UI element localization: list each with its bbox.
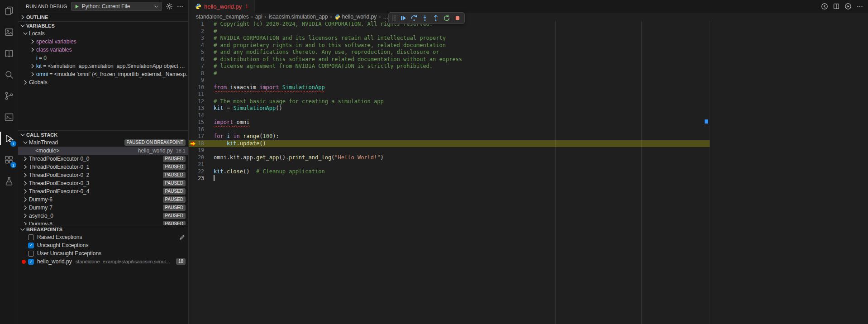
callstack-thread-row[interactable]: Dummy-8PAUSED xyxy=(18,220,188,225)
breakpoint-checkbox[interactable]: ✓ xyxy=(28,259,34,265)
code-text[interactable]: kit.close() # Cleanup application xyxy=(204,168,325,176)
line-number[interactable]: 14 xyxy=(189,112,204,119)
code-line[interactable]: 3# NVIDIA CORPORATION and its licensors … xyxy=(189,35,710,42)
activity-item-media[interactable] xyxy=(0,21,18,43)
code-line[interactable]: 11 xyxy=(189,91,710,98)
line-number[interactable]: 12 xyxy=(189,98,204,105)
line-number[interactable]: 19 xyxy=(189,147,204,154)
code-text[interactable]: import omni xyxy=(204,119,250,126)
breakpoint-checkbox[interactable] xyxy=(28,234,34,240)
callstack-thread-row[interactable]: ThreadPoolExecutor-0_0PAUSED xyxy=(18,155,188,163)
code-line[interactable]: 9 xyxy=(189,77,710,84)
code-text[interactable]: kit = SimulationApp() xyxy=(204,105,282,112)
code-text[interactable] xyxy=(204,147,214,154)
code-text[interactable] xyxy=(204,175,215,182)
variables-row[interactable]: omni = <module 'omni' (<_frozen_importli… xyxy=(18,70,188,78)
code-text[interactable] xyxy=(204,112,214,119)
code-text[interactable] xyxy=(204,161,214,168)
code-line[interactable]: 21 xyxy=(189,161,710,168)
breadcrumb-item[interactable]: api xyxy=(255,14,262,20)
code-text[interactable]: # NVIDIA CORPORATION and its licensors r… xyxy=(204,35,446,42)
code-line[interactable]: 8# xyxy=(189,70,710,77)
more-actions-icon[interactable] xyxy=(176,3,184,10)
code-text[interactable]: # xyxy=(204,70,217,77)
callstack-thread-row[interactable]: ThreadPoolExecutor-0_3PAUSED xyxy=(18,179,188,187)
code-text[interactable] xyxy=(204,126,214,133)
code-text[interactable]: # xyxy=(204,28,217,35)
variables-row[interactable]: kit = <simulation_app.simulation_app.Sim… xyxy=(18,62,188,70)
breakpoint-checkbox[interactable] xyxy=(28,251,34,257)
line-number[interactable]: 10 xyxy=(189,84,204,91)
outline-pane-header[interactable]: OUTLINE xyxy=(18,13,188,21)
line-number[interactable]: 8 xyxy=(189,70,204,77)
stop-button[interactable] xyxy=(453,13,463,23)
callstack-thread-row[interactable]: Dummy-6PAUSED xyxy=(18,195,188,204)
code-line[interactable]: 6# distribution of this software and rel… xyxy=(189,56,710,63)
line-number[interactable]: 7 xyxy=(189,63,204,70)
line-number[interactable]: 6 xyxy=(189,56,204,63)
code-text[interactable]: # license agreement from NVIDIA CORPORAT… xyxy=(204,63,433,70)
callstack-thread-row[interactable]: ThreadPoolExecutor-0_1PAUSED xyxy=(18,163,188,171)
code-text[interactable]: from isaacsim import SimulationApp xyxy=(204,84,325,91)
line-number[interactable]: 11 xyxy=(189,91,204,98)
variables-row[interactable]: class variables xyxy=(18,46,188,54)
line-number[interactable]: 1 xyxy=(189,21,204,28)
line-number[interactable]: 9 xyxy=(189,77,204,84)
line-number[interactable]: 5 xyxy=(189,49,204,56)
step-into-button[interactable] xyxy=(420,13,430,23)
step-out-button[interactable] xyxy=(431,13,441,23)
callstack-thread-row[interactable]: asyncio_0PAUSED xyxy=(18,212,188,220)
callstack-thread-row[interactable]: Dummy-7PAUSED xyxy=(18,204,188,212)
code-line[interactable]: 22kit.close() # Cleanup application xyxy=(189,168,710,176)
code-line[interactable]: 7# license agreement from NVIDIA CORPORA… xyxy=(189,63,710,70)
more-actions-button[interactable] xyxy=(856,3,863,10)
restart-button[interactable] xyxy=(442,13,452,23)
code-line[interactable]: 20omni.kit.app.get_app().print_and_log("… xyxy=(189,154,710,162)
variables-row[interactable]: Locals xyxy=(18,29,188,38)
activity-item-search[interactable] xyxy=(0,64,18,85)
code-line[interactable]: 13kit = SimulationApp() xyxy=(189,105,710,112)
line-number[interactable]: 15 xyxy=(189,119,204,126)
breakpoint-row[interactable]: User Uncaught Exceptions xyxy=(18,249,188,257)
code-text[interactable]: # The most basic usage for creating a si… xyxy=(204,98,384,105)
edit-breakpoint-button[interactable] xyxy=(179,234,186,241)
line-number[interactable]: 16 xyxy=(189,126,204,133)
activity-item-explorer[interactable] xyxy=(0,0,18,21)
line-number[interactable]: 17 xyxy=(189,133,204,140)
code-text[interactable]: kit.update() xyxy=(204,140,266,148)
breakpoint-row[interactable]: Raised Exceptions xyxy=(18,233,188,241)
line-number[interactable]: 3 xyxy=(189,35,204,42)
tab-hello-world-py[interactable]: hello_world.py 1 xyxy=(189,0,255,13)
variables-row[interactable]: Globals xyxy=(18,78,188,86)
continue-button[interactable] xyxy=(398,13,408,23)
code-line[interactable]: 12# The most basic usage for creating a … xyxy=(189,98,710,105)
launch-config-select[interactable]: Python: Current File xyxy=(71,2,162,11)
code-line[interactable]: 16 xyxy=(189,126,710,133)
code-area[interactable]: 1# Copyright (c) 2020-2024, NVIDIA CORPO… xyxy=(189,21,710,324)
line-number[interactable]: 2 xyxy=(189,28,204,35)
callstack-thread-row[interactable]: MainThreadPAUSED ON BREAKPOINT xyxy=(18,138,188,147)
callstack-pane-header[interactable]: CALL STACK xyxy=(18,130,188,138)
line-number[interactable]: 13 xyxy=(189,105,204,112)
breakpoints-pane-header[interactable]: BREAKPOINTS xyxy=(18,225,188,233)
activity-item-extensions[interactable]: 1 xyxy=(0,149,18,170)
run-python-file-button[interactable] xyxy=(844,3,852,10)
code-line[interactable]: 15import omni xyxy=(189,119,710,126)
callstack-thread-row[interactable]: ThreadPoolExecutor-0_2PAUSED xyxy=(18,171,188,179)
activity-item-docs[interactable] xyxy=(0,43,18,64)
variables-pane-header[interactable]: VARIABLES xyxy=(18,21,188,29)
breadcrumb-item[interactable]: hello_world.py xyxy=(334,14,377,20)
code-line[interactable]: 2# xyxy=(189,28,710,35)
variables-row[interactable]: special variables xyxy=(18,38,188,46)
code-text[interactable] xyxy=(204,91,214,98)
code-line[interactable]: 19 xyxy=(189,147,710,154)
line-number[interactable]: 23 xyxy=(189,175,204,182)
breakpoint-checkbox[interactable]: ✓ xyxy=(28,243,34,248)
activity-item-source-control[interactable] xyxy=(0,85,18,106)
gear-icon[interactable] xyxy=(166,3,173,10)
line-number[interactable]: 21 xyxy=(189,161,204,168)
line-number[interactable]: 20 xyxy=(189,154,204,162)
step-over-button[interactable] xyxy=(409,13,419,23)
code-text[interactable]: # and proprietary rights in and to this … xyxy=(204,42,446,49)
variables-row[interactable]: i = 0 xyxy=(18,54,188,62)
